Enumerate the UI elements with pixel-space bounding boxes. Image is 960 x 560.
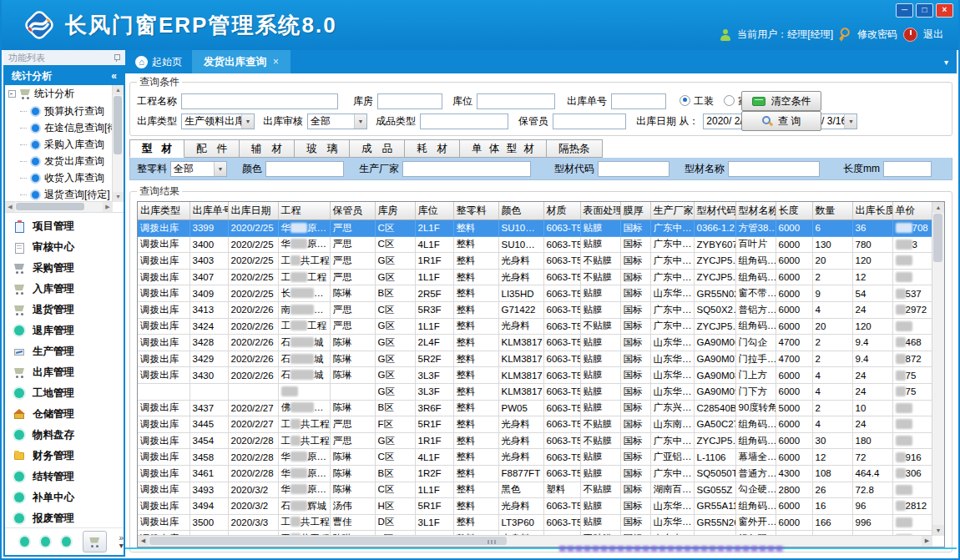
scroll-right-icon[interactable]: ▶ bbox=[922, 536, 932, 546]
table-row[interactable]: G区3L3F整料KLM38176063-T5贴膜国标山东华…GA90M09…门下… bbox=[138, 383, 932, 400]
sidebar-item-退货管理[interactable]: 退货管理 bbox=[5, 300, 124, 320]
scroll-up-icon[interactable]: ▲ bbox=[932, 202, 944, 213]
grid-horizontal-scrollbar[interactable]: ◀ ▶ bbox=[138, 535, 932, 547]
product-type-input[interactable] bbox=[420, 114, 508, 129]
grid-vertical-scrollbar[interactable]: ▲ ▼ bbox=[932, 202, 944, 536]
column-header-出库类型[interactable]: 出库类型 bbox=[138, 202, 189, 220]
tree-vscroll-thumb[interactable] bbox=[114, 96, 122, 154]
tree-item[interactable]: 在途信息查询[待 bbox=[5, 119, 113, 136]
table-row[interactable]: 调拨出库34032020/2/25工共工程严思G区1R1F整料光身料6063-T… bbox=[138, 253, 932, 270]
column-header-库房[interactable]: 库房 bbox=[375, 202, 415, 220]
radio-gongzhuang[interactable]: 工装 bbox=[680, 94, 714, 108]
column-header-库位[interactable]: 库位 bbox=[415, 202, 453, 220]
table-row[interactable]: 调拨出库33992020/2/25华原…严思C区2L1F整料SU10…6063-… bbox=[138, 220, 932, 237]
table-row[interactable]: 调拨出库34372020/2/27佛…陈琳B区3R6F整料PW056063-T5… bbox=[138, 400, 932, 416]
logout-link[interactable]: 退出 bbox=[923, 28, 943, 42]
tree-item[interactable]: 退货查询[待定] bbox=[5, 186, 113, 202]
close-button[interactable]: × bbox=[936, 3, 953, 18]
location-input[interactable] bbox=[477, 93, 555, 109]
table-row[interactable]: 调拨出库34582020/2/28华原…陈琳C区4L1F整料光身料6063-T5… bbox=[138, 449, 932, 466]
sidebar-item-工地管理[interactable]: 工地管理 bbox=[5, 383, 124, 404]
color-input[interactable] bbox=[265, 161, 344, 177]
profile-name-input[interactable] bbox=[728, 161, 820, 177]
column-header-出库日期[interactable]: 出库日期 bbox=[228, 202, 278, 220]
tab-home[interactable]: ⌂ 起始页 bbox=[125, 50, 192, 73]
material-tab-配件[interactable]: 配件 bbox=[184, 139, 240, 158]
column-header-出库长度[interactable]: 出库长度 bbox=[852, 202, 892, 220]
footer-more-button[interactable]: » ▾ bbox=[119, 534, 124, 549]
tree-vertical-scrollbar[interactable]: ▲ ▼ bbox=[112, 85, 124, 202]
table-row[interactable]: 调拨出库34302020/2/26石城陈琳G区3L3F整料KLM38176063… bbox=[138, 367, 932, 384]
column-header-整零料[interactable]: 整零料 bbox=[453, 202, 498, 220]
table-row[interactable]: 调拨出库34132020/2/26南…严思C区5R3F整料G714226063-… bbox=[138, 301, 932, 318]
table-row[interactable]: 调拨出库34282020/2/26石城陈琳G区2L4F整料KLM38176063… bbox=[138, 335, 932, 351]
tree-expander-icon[interactable] bbox=[8, 90, 16, 98]
sidebar-item-报废管理[interactable]: 报废管理 bbox=[5, 508, 124, 527]
material-tab-型材[interactable]: 型材 bbox=[129, 139, 184, 158]
column-header-生产厂家[interactable]: 生产厂家 bbox=[650, 202, 694, 220]
column-header-颜色[interactable]: 颜色 bbox=[498, 202, 543, 220]
table-row[interactable]: 调拨出库34942020/3/2石辉城汤伟H区5R1F整料光身料6063-T5贴… bbox=[138, 498, 932, 515]
outbound-type-select[interactable]: 生产领料出库▼ bbox=[181, 114, 255, 129]
scroll-left-icon[interactable]: ◀ bbox=[5, 202, 15, 212]
material-tab-隔热条[interactable]: 隔热条 bbox=[547, 139, 603, 158]
sidebar-item-退库管理[interactable]: 退库管理 bbox=[5, 320, 124, 341]
scroll-left-icon[interactable]: ◀ bbox=[138, 536, 149, 546]
manufacturer-input[interactable] bbox=[402, 161, 531, 177]
material-tab-辅材[interactable]: 辅材 bbox=[240, 139, 295, 158]
column-header-型材代码[interactable]: 型材代码 bbox=[694, 202, 735, 220]
table-row[interactable]: 调拨出库34072020/2/25工工程严思G区1L1F整料光身料6063-T5… bbox=[138, 269, 932, 285]
column-header-保管员[interactable]: 保管员 bbox=[330, 202, 375, 220]
scroll-up-icon[interactable]: ▲ bbox=[113, 85, 124, 95]
material-tab-玻璃[interactable]: 玻璃 bbox=[295, 139, 350, 158]
sidebar-item-物料盘存[interactable]: 物料盘存 bbox=[5, 425, 124, 446]
sidebar-item-审核中心[interactable]: 审核中心 bbox=[5, 237, 124, 258]
scroll-down-icon[interactable]: ▼ bbox=[113, 192, 124, 202]
collapse-icon[interactable]: « bbox=[111, 67, 117, 85]
clear-conditions-button[interactable]: 清空条件 bbox=[741, 91, 821, 111]
material-tab-单体型材[interactable]: 单体型材 bbox=[460, 139, 547, 158]
whole-part-select[interactable]: 全部▼ bbox=[170, 161, 227, 177]
tab-shipment-outbound-query[interactable]: 发货出库查询 × bbox=[192, 50, 291, 73]
order-no-input[interactable] bbox=[611, 93, 666, 109]
tree-item[interactable]: 预算执行查询 bbox=[5, 103, 113, 119]
grid-vscroll-thumb[interactable] bbox=[933, 214, 942, 262]
tree-hscroll-thumb[interactable] bbox=[16, 203, 84, 210]
warehouse-input[interactable] bbox=[377, 93, 442, 109]
scroll-down-icon[interactable]: ▼ bbox=[932, 525, 944, 536]
tab-close-icon[interactable]: × bbox=[273, 56, 279, 68]
table-row[interactable]: 调拨出库34542020/2/28工共工程严思G区1R1F整料光身料6063-T… bbox=[138, 432, 932, 449]
profile-code-input[interactable] bbox=[598, 161, 669, 177]
column-header-工程[interactable]: 工程 bbox=[278, 202, 330, 220]
column-header-材质[interactable]: 材质 bbox=[543, 202, 580, 220]
column-header-单价[interactable]: 单价 bbox=[892, 202, 932, 220]
sidebar-item-仓储管理[interactable]: 仓储管理 bbox=[5, 404, 124, 425]
footer-dot-icon[interactable] bbox=[41, 537, 50, 547]
sidebar-item-财务管理[interactable]: 财务管理 bbox=[5, 446, 124, 467]
sidebar-item-出库管理[interactable]: 出库管理 bbox=[5, 362, 124, 383]
column-header-长度[interactable]: 长度 bbox=[776, 202, 812, 220]
sidebar-item-项目管理[interactable]: 项目管理 bbox=[5, 216, 124, 237]
column-header-出库单号[interactable]: 出库单号 bbox=[189, 202, 228, 220]
keeper-input[interactable] bbox=[553, 114, 626, 129]
tree-item[interactable]: 采购入库查询 bbox=[5, 136, 113, 153]
table-row[interactable]: 调拨出库34092020/2/25长…陈琳B区2R5F整料LI35HD6063-… bbox=[138, 285, 932, 302]
material-tab-成品[interactable]: 成品 bbox=[350, 139, 405, 158]
grid-hscroll-thumb[interactable] bbox=[149, 537, 507, 545]
sidebar-item-结转管理[interactable]: 结转管理 bbox=[5, 467, 124, 487]
change-password-link[interactable]: 修改密码 bbox=[857, 28, 897, 42]
column-header-数量[interactable]: 数量 bbox=[812, 202, 852, 220]
sidebar-item-采购管理[interactable]: 采购管理 bbox=[5, 258, 124, 279]
length-input[interactable] bbox=[883, 161, 932, 177]
footer-dot-icon[interactable] bbox=[62, 537, 71, 547]
sidebar-item-入库管理[interactable]: 入库管理 bbox=[5, 279, 124, 300]
maximize-button[interactable]: □ bbox=[916, 3, 933, 18]
column-header-型材名称[interactable]: 型材名称 bbox=[735, 202, 776, 220]
sidebar-item-生产管理[interactable]: 生产管理 bbox=[5, 341, 124, 362]
table-row[interactable]: 调拨出库35002020/3/3工共工程曹佳D区3L1F整料LT3P606063… bbox=[138, 514, 932, 531]
section-header-statistics[interactable]: 统计分析 « bbox=[5, 67, 124, 85]
tree-root[interactable]: 统计分析 bbox=[5, 85, 113, 103]
material-tab-耗材[interactable]: 耗材 bbox=[405, 139, 460, 158]
table-row[interactable]: 调拨出库34002020/2/25华原…严思C区4L1F整料SU10…6063-… bbox=[138, 236, 932, 253]
sidebar-item-补单中心[interactable]: 补单中心 bbox=[5, 487, 124, 508]
